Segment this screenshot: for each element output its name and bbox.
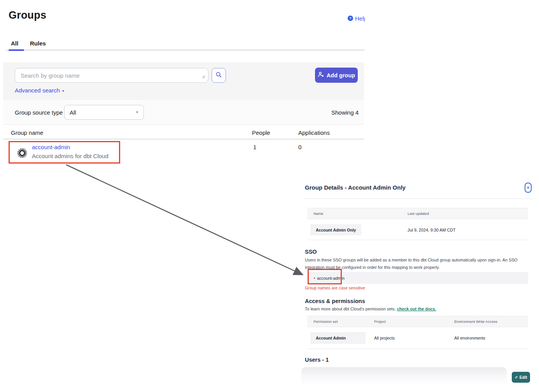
permission-set-pill: Account Admin [310,332,366,344]
page-title: Groups [9,9,46,21]
bullet-icon: • [314,276,315,280]
access-permissions-intro: To learn more about dbt Cloud's permissi… [305,307,436,311]
advanced-search-toggle[interactable]: Advanced search ▾ [15,87,64,94]
search-icon [215,71,222,80]
close-icon: ✕ [526,185,530,190]
users-section-heading: Users - 1 [305,357,329,363]
project-value: All projects [374,336,395,340]
help-icon: ? [348,16,353,21]
panel-divider [304,199,534,199]
tab-all[interactable]: All [11,40,18,47]
environment-write-access-column-header: Environment Write Access [454,319,497,324]
project-column-header: Project [374,319,386,324]
add-group-label: Add group [327,72,355,78]
group-row-name-link[interactable]: account-admin [32,144,70,150]
edit-button-label: Edit [520,375,527,380]
tab-rules[interactable]: Rules [30,40,46,47]
help-link[interactable]: ? Help [348,14,365,23]
help-link-label: Help [355,15,365,22]
edit-button[interactable]: ✎ Edit [512,372,530,383]
sso-group-name: account-admin [317,276,345,280]
last-updated-column-header: Last updated [408,211,429,216]
group-source-type-select[interactable]: All ▼ [64,105,144,120]
column-header-applications: Applications [298,129,330,136]
group-name-pill: Account Admin Only [310,224,361,235]
add-user-icon [318,71,324,79]
access-intro-text: To learn more about dbt Cloud's permissi… [305,307,396,311]
resize-handle-icon[interactable] [202,73,205,80]
group-avatar-icon [16,147,28,160]
permissions-table-bottom-border [307,348,528,349]
sso-group-list-item: • account-admin [307,272,528,284]
search-input-wrap [15,68,208,83]
access-permissions-heading: Access & permissions [305,298,365,304]
group-row-description: Account admins for dbt Cloud [32,153,108,159]
environment-value: All environments [454,336,485,340]
permission-set-column-header: Permission set [313,319,338,324]
group-row-applications-count: 0 [298,144,301,150]
group-row-people-count: 1 [253,144,256,150]
column-header-group-name: Group name [11,129,43,136]
name-column-header: Name [313,211,323,216]
add-group-button[interactable]: Add group [315,68,358,83]
pencil-icon: ✎ [514,375,518,380]
group-source-type-label: Group source type [15,109,63,116]
close-button[interactable]: ✕ [525,183,532,193]
users-table-header-band [301,367,507,384]
search-input[interactable] [15,68,208,83]
case-sensitive-warning: Group names are case sensitive [305,286,365,290]
name-table-bottom-border [307,240,528,240]
sso-section-description: Users in these SSO groups will be added … [305,256,529,271]
column-header-people: People [252,129,270,136]
table-header-divider [3,139,364,139]
docs-link[interactable]: check out the docs. [397,307,436,311]
tab-active-indicator [9,49,24,51]
group-source-type-value: All [70,109,76,116]
advanced-search-label: Advanced search [15,87,60,94]
search-button[interactable] [212,68,226,83]
tab-underline-track [5,49,365,51]
group-details-title: Group Details - Account Admin Only [305,184,406,191]
sso-section-heading: SSO [305,249,317,255]
chevron-down-icon: ▾ [62,88,64,93]
select-caret-icon: ▼ [135,110,139,114]
annotation-arrow [0,0,539,392]
showing-count: Showing 4 [326,109,359,116]
last-updated-value: Jul 9, 2024, 9:30 AM CDT [408,228,456,232]
